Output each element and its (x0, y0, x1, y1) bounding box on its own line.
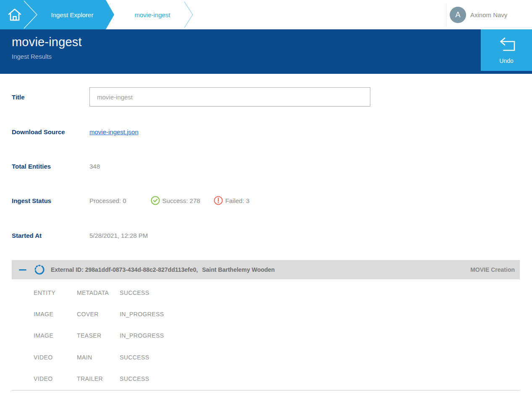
status-processed: Processed: 0 (89, 197, 126, 204)
user-name: Axinom Navy (470, 11, 507, 18)
breadcrumb-chevron-icon (183, 0, 196, 29)
ingest-results-panel: Title Download Source movie-ingest.json … (0, 74, 532, 393)
check-circle-icon (151, 196, 160, 205)
spinner-icon (34, 264, 45, 275)
page-title: movie-ingest (12, 35, 532, 49)
field-label-ingest-status: Ingest Status (12, 197, 89, 204)
status-success: Success: 278 (151, 196, 200, 205)
collapse-button[interactable] (19, 265, 27, 274)
download-source-link[interactable]: movie-ingest.json (89, 128, 139, 135)
detail-sub-type: MAIN (77, 354, 120, 361)
field-row-ingest-status: Ingest Status Processed: 0 Success: 278 (12, 195, 249, 206)
detail-row: ENTITY METADATA SUCCESS (34, 289, 149, 296)
avatar: A (450, 7, 466, 23)
topbar-divider (446, 3, 446, 26)
detail-status: IN_PROGRESS (120, 332, 164, 339)
user-menu[interactable]: A Axinom Navy (450, 0, 507, 29)
ingest-status-group: Processed: 0 Success: 278 (89, 196, 249, 205)
detail-sub-type: COVER (77, 311, 120, 318)
detail-row: IMAGE COVER IN_PROGRESS (34, 311, 164, 318)
field-label-title: Title (12, 94, 89, 101)
total-entities-value: 348 (89, 163, 100, 170)
field-label-total-entities: Total Entities (12, 163, 89, 170)
detail-row: VIDEO TRAILER SUCCESS (34, 375, 149, 382)
detail-status: SUCCESS (120, 289, 149, 296)
page-subtitle: Ingest Results (12, 53, 532, 60)
detail-entity: IMAGE (34, 332, 77, 339)
detail-sub-type: TRAILER (77, 375, 120, 382)
external-id-text: External ID: 298a1ddf-0873-434d-88c2-827… (51, 266, 198, 273)
detail-sub-type: TEASER (77, 332, 120, 339)
detail-entity: VIDEO (34, 375, 77, 382)
status-failed-label: Failed: 3 (225, 197, 250, 204)
breadcrumb-bar: Ingest Explorer movie-ingest A Axinom Na… (0, 0, 532, 29)
detail-entity: IMAGE (34, 311, 77, 318)
field-row-total-entities: Total Entities 348 (12, 161, 100, 171)
detail-status: SUCCESS (120, 354, 149, 361)
detail-sub-type: METADATA (77, 289, 120, 296)
home-button[interactable] (6, 6, 24, 23)
breadcrumb-item-ingest-explorer[interactable]: Ingest Explorer (39, 0, 106, 29)
page-header: movie-ingest Ingest Results Undo (0, 29, 532, 74)
detail-row: VIDEO MAIN SUCCESS (34, 354, 149, 361)
ingest-item-title: Saint Barthelemy Wooden (202, 266, 275, 273)
detail-entity: VIDEO (34, 354, 77, 361)
error-circle-icon (214, 196, 223, 205)
field-row-title: Title (12, 87, 370, 107)
field-label-started-at: Started At (12, 232, 89, 239)
undo-button[interactable]: Undo (481, 29, 532, 71)
detail-entity: ENTITY (34, 289, 77, 296)
title-input[interactable] (89, 87, 370, 107)
detail-status: IN_PROGRESS (120, 311, 164, 318)
undo-button-label: Undo (499, 57, 513, 64)
status-success-label: Success: 278 (162, 197, 200, 204)
ingest-item-header[interactable]: External ID: 298a1ddf-0873-434d-88c2-827… (12, 260, 520, 279)
bottom-divider (12, 390, 520, 390)
detail-row: IMAGE TEASER IN_PROGRESS (34, 332, 164, 339)
ingest-item-type-badge: MOVIE Creation (470, 266, 515, 273)
started-at-value: 5/28/2021, 12:28 PM (89, 232, 148, 239)
field-row-started-at: Started At 5/28/2021, 12:28 PM (12, 230, 148, 240)
field-row-download-source: Download Source movie-ingest.json (12, 127, 139, 137)
status-failed: Failed: 3 (214, 196, 250, 205)
home-icon (7, 7, 22, 22)
detail-status: SUCCESS (120, 375, 149, 382)
minus-icon (19, 269, 26, 271)
breadcrumb-item-movie-ingest[interactable]: movie-ingest (121, 0, 184, 29)
undo-arrow-icon (496, 36, 517, 54)
field-label-download-source: Download Source (12, 128, 89, 135)
